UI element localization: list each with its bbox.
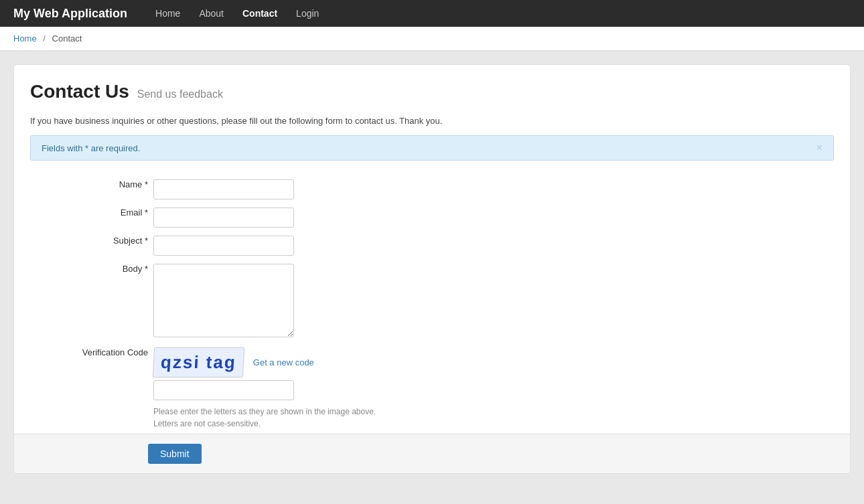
- nav-item-home[interactable]: Home: [147, 4, 188, 23]
- page-wrapper: Contact Us Send us feedback If you have …: [0, 51, 864, 487]
- captcha-hint-line2: Letters are not case-sensitive.: [153, 419, 261, 428]
- breadcrumb-separator: /: [43, 33, 46, 44]
- breadcrumb-home-link[interactable]: Home: [13, 33, 37, 44]
- alert-close-button[interactable]: ×: [816, 143, 822, 153]
- captcha-area: qzsi tag Get a new code Please enter the…: [153, 347, 831, 430]
- name-input-cell: [151, 175, 834, 203]
- captcha-hint-line1: Please enter the letters as they are sho…: [153, 407, 376, 416]
- intro-text: If you have business inquiries or other …: [30, 116, 834, 126]
- verification-input-cell: qzsi tag Get a new code Please enter the…: [151, 343, 834, 434]
- name-input[interactable]: [153, 179, 294, 199]
- nav-item-contact[interactable]: Contact: [234, 4, 285, 23]
- alert-text: Fields with * are required.: [42, 143, 140, 153]
- page-subtitle: Send us feedback: [137, 88, 223, 100]
- form-table: Name * Email * Subject *: [30, 175, 834, 434]
- captcha-image-row: qzsi tag Get a new code: [153, 347, 831, 377]
- nav-link-contact[interactable]: Contact: [234, 4, 285, 23]
- captcha-input[interactable]: [153, 380, 294, 400]
- body-textarea[interactable]: [153, 264, 294, 337]
- submit-area: Submit: [14, 434, 850, 473]
- captcha-image: qzsi tag: [153, 347, 244, 377]
- nav-item-about[interactable]: About: [191, 4, 232, 23]
- subject-label: Subject *: [30, 232, 151, 260]
- form-row-name: Name *: [30, 175, 834, 203]
- page-title-row: Contact Us Send us feedback: [30, 81, 834, 102]
- form-row-email: Email *: [30, 203, 834, 232]
- breadcrumb-current: Contact: [52, 33, 82, 44]
- nav-item-login[interactable]: Login: [288, 4, 327, 23]
- nav-link-about[interactable]: About: [191, 4, 232, 23]
- form-row-body: Body *: [30, 260, 834, 343]
- form-row-subject: Subject *: [30, 232, 834, 260]
- alert-required: Fields with * are required. ×: [30, 135, 834, 161]
- captcha-hint: Please enter the letters as they are sho…: [153, 406, 831, 430]
- name-label: Name *: [30, 175, 151, 203]
- nav-menu: Home About Contact Login: [147, 4, 327, 23]
- verification-label: Verification Code: [30, 343, 151, 434]
- captcha-refresh-link[interactable]: Get a new code: [253, 357, 314, 367]
- subject-input-cell: [151, 232, 834, 260]
- nav-link-login[interactable]: Login: [288, 4, 327, 23]
- content-card: Contact Us Send us feedback If you have …: [13, 64, 851, 474]
- email-input-cell: [151, 203, 834, 232]
- app-brand: My Web Application: [13, 7, 127, 21]
- form-row-verification: Verification Code qzsi tag Get a new cod…: [30, 343, 834, 434]
- subject-input[interactable]: [153, 236, 294, 256]
- navbar: My Web Application Home About Contact Lo…: [0, 0, 864, 27]
- submit-button[interactable]: Submit: [148, 444, 202, 464]
- page-title: Contact Us: [30, 81, 129, 102]
- body-label: Body *: [30, 260, 151, 343]
- breadcrumb: Home / Contact: [0, 27, 864, 51]
- email-label: Email *: [30, 203, 151, 232]
- email-input[interactable]: [153, 207, 294, 228]
- body-input-cell: [151, 260, 834, 343]
- nav-link-home[interactable]: Home: [147, 4, 188, 23]
- contact-form: Name * Email * Subject *: [30, 175, 834, 473]
